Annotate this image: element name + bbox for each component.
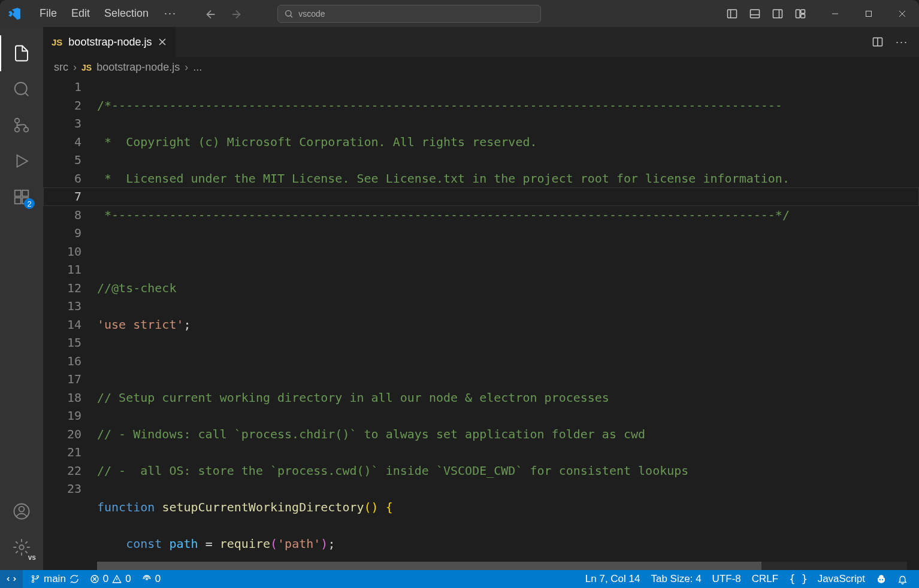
activity-settings[interactable]: vs — [0, 529, 43, 565]
status-eol[interactable]: CRLF — [746, 570, 784, 588]
chevron-right-icon: › — [73, 61, 77, 74]
toggle-sidebar-icon[interactable] — [726, 8, 738, 20]
activity-bar: 2 vs — [0, 27, 43, 570]
horizontal-scrollbar[interactable] — [97, 562, 907, 570]
svg-rect-6 — [801, 14, 805, 17]
status-ports[interactable]: 0 — [137, 570, 166, 588]
remote-icon — [6, 574, 17, 584]
search-icon — [13, 80, 31, 98]
remote-indicator[interactable] — [0, 570, 23, 588]
account-icon — [13, 502, 31, 520]
extensions-badge: 2 — [24, 198, 35, 209]
files-icon — [13, 44, 31, 62]
chevron-right-icon: › — [185, 61, 188, 74]
status-copilot[interactable] — [870, 570, 892, 588]
maximize-icon[interactable] — [852, 0, 885, 27]
svg-point-21 — [37, 575, 38, 577]
svg-rect-5 — [801, 10, 805, 13]
activity-extensions[interactable]: 2 — [0, 179, 43, 215]
svg-point-11 — [15, 128, 20, 132]
svg-point-22 — [32, 580, 34, 582]
svg-point-0 — [286, 10, 291, 16]
titlebar: File Edit Selection ··· vscode — [0, 0, 919, 27]
svg-rect-7 — [866, 11, 872, 16]
svg-rect-12 — [15, 190, 21, 196]
svg-point-24 — [146, 578, 147, 580]
copilot-icon — [876, 574, 887, 584]
svg-rect-4 — [796, 10, 800, 17]
status-branch[interactable]: main — [25, 570, 84, 588]
activity-explorer[interactable] — [0, 35, 43, 71]
svg-point-20 — [32, 575, 34, 577]
activity-scm[interactable] — [0, 107, 43, 143]
breadcrumb-root[interactable]: src — [54, 61, 68, 74]
nav-forward-icon[interactable] — [229, 8, 241, 20]
toggle-panel-icon[interactable] — [749, 8, 761, 20]
vscode-logo-icon — [7, 7, 22, 21]
svg-point-17 — [19, 507, 25, 512]
search-icon — [284, 9, 294, 19]
javascript-file-icon: JS — [52, 37, 62, 47]
svg-rect-3 — [773, 10, 782, 17]
warning-icon — [112, 574, 122, 584]
close-icon[interactable] — [885, 0, 919, 27]
tab-bar: JS bootstrap-node.js ··· — [43, 27, 919, 57]
status-encoding[interactable]: UTF-8 — [707, 570, 746, 588]
error-icon — [90, 574, 99, 584]
tab-close-icon[interactable] — [158, 37, 167, 47]
gear-overlay: vs — [28, 553, 36, 562]
breadcrumb-file[interactable]: bootstrap-node.js — [96, 61, 180, 74]
javascript-file-icon: JS — [81, 63, 92, 72]
code-content[interactable]: /*--------------------------------------… — [97, 78, 919, 570]
command-center[interactable]: vscode — [277, 5, 541, 23]
radio-icon — [142, 574, 152, 584]
menu-file[interactable]: File — [32, 7, 64, 20]
editor-area: JS bootstrap-node.js ··· src › JS bootst… — [43, 27, 919, 570]
svg-point-9 — [15, 119, 20, 123]
menu-selection[interactable]: Selection — [97, 7, 156, 20]
status-bar: main 0 0 0 Ln 7, Col 14 Tab Size: 4 UTF-… — [0, 570, 919, 588]
bell-icon — [897, 574, 908, 584]
status-notifications[interactable] — [892, 570, 913, 588]
svg-point-18 — [19, 545, 24, 550]
branch-icon — [31, 574, 40, 584]
toggle-secondary-icon[interactable] — [772, 8, 784, 20]
status-language[interactable]: { } JavaScript — [784, 570, 870, 588]
status-tab-size[interactable]: Tab Size: 4 — [645, 570, 706, 588]
menu-edit[interactable]: Edit — [64, 7, 97, 20]
svg-point-10 — [24, 128, 29, 132]
svg-rect-2 — [751, 10, 760, 17]
tab-bootstrap-node[interactable]: JS bootstrap-node.js — [43, 27, 176, 57]
customize-layout-icon[interactable] — [794, 8, 806, 20]
svg-rect-1 — [728, 10, 737, 17]
activity-search[interactable] — [0, 71, 43, 107]
editor-more-icon[interactable]: ··· — [896, 36, 908, 49]
minimize-icon[interactable] — [818, 0, 852, 27]
tab-title: bootstrap-node.js — [68, 36, 152, 49]
svg-rect-14 — [15, 198, 21, 204]
svg-point-8 — [15, 83, 27, 95]
code-editor[interactable]: 1 2 3 4 5 6 7 8 9 10 11 12 13 14 15 16 1… — [43, 78, 919, 570]
run-debug-icon — [13, 152, 31, 170]
split-editor-icon[interactable] — [872, 36, 884, 48]
command-center-text: vscode — [298, 9, 325, 19]
status-problems[interactable]: 0 0 — [84, 570, 137, 588]
nav-back-icon[interactable] — [204, 8, 216, 20]
menu-overflow[interactable]: ··· — [156, 7, 185, 20]
sync-icon[interactable] — [69, 574, 79, 584]
line-number-gutter: 1 2 3 4 5 6 7 8 9 10 11 12 13 14 15 16 1… — [43, 78, 97, 570]
activity-debug[interactable] — [0, 143, 43, 179]
breadcrumb-rest[interactable]: ... — [193, 61, 202, 74]
breadcrumb[interactable]: src › JS bootstrap-node.js › ... — [43, 57, 919, 78]
activity-accounts[interactable] — [0, 493, 43, 529]
svg-rect-13 — [22, 190, 28, 196]
source-control-icon — [13, 116, 31, 134]
status-cursor-pos[interactable]: Ln 7, Col 14 — [580, 570, 646, 588]
